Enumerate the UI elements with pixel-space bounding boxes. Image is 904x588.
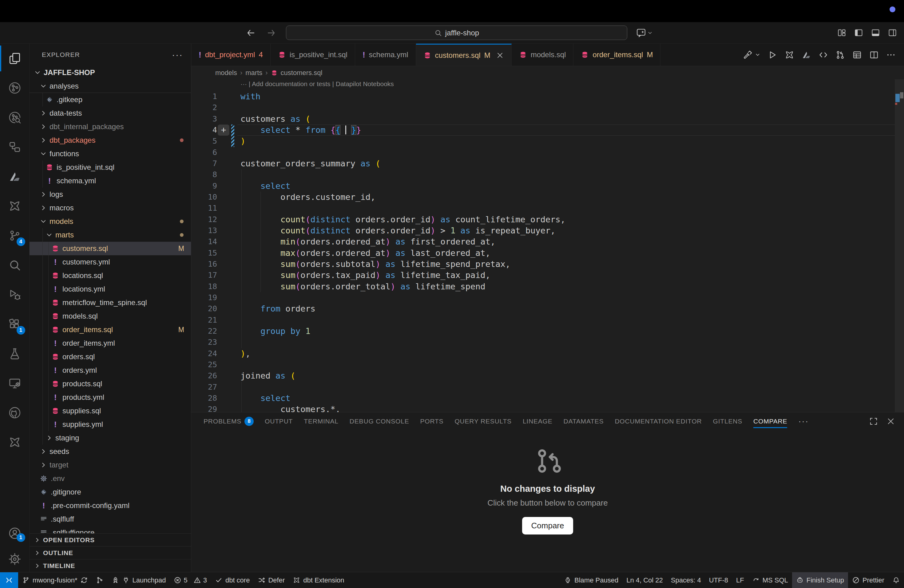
activity-item-github[interactable]	[0, 398, 30, 427]
tree-item-dbt_internal_packages[interactable]: dbt_internal_packages	[30, 120, 191, 133]
status-language-mode[interactable]: MS SQL	[748, 572, 792, 588]
status-blame-status[interactable]: Blame Paused	[560, 572, 622, 588]
tree-item-products.yml[interactable]: !products.yml	[30, 390, 191, 404]
breadcrumb-item[interactable]: marts	[245, 69, 262, 77]
panel-tab-problems[interactable]: PROBLEMS8	[204, 413, 254, 430]
activity-item-search[interactable]	[0, 250, 30, 280]
code-line-15[interactable]: 15 max(orders.ordered_at) as last_ordere…	[191, 248, 895, 259]
code-line-26[interactable]: 26joined as (	[191, 370, 895, 381]
tree-item-macros[interactable]: macros	[30, 201, 191, 215]
layout-customize-icon[interactable]	[837, 28, 847, 38]
tree-item-.env[interactable]: .env	[30, 472, 191, 485]
tree-item-dbt_packages[interactable]: dbt_packages	[30, 133, 191, 147]
code-line-23[interactable]: 23	[191, 337, 895, 348]
status-git-branch[interactable]: mwong-fusion*	[18, 572, 92, 588]
tab-is_positive_int.sql[interactable]: is_positive_int.sql	[270, 44, 355, 66]
status-eol[interactable]: LF	[732, 572, 748, 588]
code-line-8[interactable]: 8	[191, 169, 895, 180]
status-defer[interactable]: Defer	[254, 572, 289, 588]
code-line-1[interactable]: 1with	[191, 91, 895, 102]
breadcrumb-item[interactable]: models	[215, 69, 237, 77]
code-line-9[interactable]: 9 select	[191, 180, 895, 191]
editor-scrollbar[interactable]	[895, 79, 904, 412]
status-cursor-position[interactable]: Ln 4, Col 22	[622, 572, 667, 588]
layout-sidebar-icon[interactable]	[854, 28, 863, 38]
tree-item-customers.sql[interactable]: customers.sqlM	[30, 242, 191, 255]
panel-tab-lineage[interactable]: LINEAGE	[523, 413, 553, 430]
breadcrumb-item[interactable]: customers.sql	[281, 69, 322, 77]
back-arrow-icon[interactable]	[246, 28, 256, 38]
activity-item-source-control[interactable]: 4	[0, 221, 30, 250]
status-finish-setup[interactable]: Finish Setup	[792, 572, 848, 588]
compare-button[interactable]: Compare	[522, 517, 574, 534]
code-line-14[interactable]: 14 min(orders.ordered_at) as first_order…	[191, 236, 895, 247]
activity-item-datapilot[interactable]	[0, 162, 30, 191]
tab-models.sql[interactable]: models.sql	[512, 44, 574, 66]
more-h-icon[interactable]	[886, 50, 896, 60]
tree-item-metricflow_time_spine.sql[interactable]: metricflow_time_spine.sql	[30, 296, 191, 309]
code-line-29[interactable]: 29 customers.*,	[191, 404, 895, 412]
codelens[interactable]: ··· | Add documentation or tests | Datap…	[240, 80, 394, 88]
panel-tab-debug-console[interactable]: DEBUG CONSOLE	[349, 413, 409, 430]
tab-dbt_project.yml[interactable]: !dbt_project.yml4	[191, 44, 270, 66]
tree-item-orders.yml[interactable]: !orders.yml	[30, 364, 191, 377]
git-compare-icon[interactable]	[835, 50, 845, 60]
code-line-3[interactable]: 3customers as (	[191, 114, 895, 125]
tree-item-supplies.yml[interactable]: !supplies.yml	[30, 417, 191, 431]
status-source-control-graph[interactable]	[92, 572, 107, 588]
activity-item-dbt-alt[interactable]	[0, 427, 30, 457]
code-line-10[interactable]: 10 orders.customer_id,	[191, 191, 895, 203]
activity-item-flow-blocks[interactable]	[0, 132, 30, 162]
tree-item-models[interactable]: models	[30, 215, 191, 228]
code-line-28[interactable]: 28 select	[191, 393, 895, 404]
tree-item-locations.sql[interactable]: locations.sql	[30, 269, 191, 282]
code-line-18[interactable]: 18 sum(orders.order_total) as lifetime_s…	[191, 281, 895, 292]
run-icon[interactable]	[768, 50, 778, 60]
code-line-16[interactable]: 16 sum(orders.subtotal) as lifetime_spen…	[191, 259, 895, 270]
panel-tab-ports[interactable]: PORTS	[420, 413, 443, 430]
tree-item-functions[interactable]: functions	[30, 147, 191, 161]
explorer-more-actions[interactable]: ···	[172, 49, 183, 60]
status-encoding[interactable]: UTF-8	[705, 572, 732, 588]
hammer-icon[interactable]	[743, 50, 753, 60]
panel-tab-datamates[interactable]: DATAMATES	[564, 413, 604, 430]
tree-item-seeds[interactable]: seeds	[30, 445, 191, 458]
code-line-7[interactable]: 7customer_orders_summary as (	[191, 158, 895, 169]
layout-secondary-icon[interactable]	[888, 28, 897, 38]
tree-item-supplies.sql[interactable]: supplies.sql	[30, 404, 191, 417]
activity-item-run-and-debug[interactable]	[0, 280, 30, 309]
tree-item-orders.sql[interactable]: orders.sql	[30, 350, 191, 364]
tree-item-models.sql[interactable]: models.sql	[30, 309, 191, 323]
code-line-11[interactable]: 11	[191, 203, 895, 214]
code-tag-icon[interactable]	[818, 50, 828, 60]
code-line-24[interactable]: 24),	[191, 348, 895, 359]
code-line-5[interactable]: 5)	[191, 136, 895, 147]
activity-item-accounts[interactable]: 1	[0, 520, 30, 546]
tree-item-staging[interactable]: staging	[30, 431, 191, 445]
code-line-20[interactable]: 20 from orders	[191, 303, 895, 314]
status-problems-summary[interactable]: 53	[170, 572, 211, 588]
panel-tab-query-results[interactable]: QUERY RESULTS	[454, 413, 511, 430]
panel-tab-documentation-editor[interactable]: DOCUMENTATION EDITOR	[615, 413, 702, 430]
status-launchpad[interactable]: Launchpad	[107, 572, 170, 588]
activity-item-testing[interactable]	[0, 339, 30, 368]
code-line-13[interactable]: 13 count(distinct orders.order_id) > 1 a…	[191, 225, 895, 236]
section-timeline[interactable]: TIMELINE	[30, 559, 191, 572]
panel-tab-output[interactable]: OUTPUT	[265, 413, 293, 430]
tree-item-.gitkeep[interactable]: .gitkeep	[30, 93, 191, 106]
copilot-menu[interactable]	[636, 28, 653, 38]
code-line-6[interactable]: 6	[191, 147, 895, 158]
tab-schema.yml[interactable]: !schema.yml	[355, 44, 416, 66]
tree-item-target[interactable]: target	[30, 458, 191, 472]
command-center-search[interactable]: jaffle-shop	[286, 25, 627, 40]
panel-tab-gitlens[interactable]: GITLENS	[713, 413, 742, 430]
tree-item-JAFFLE-SHOP[interactable]: JAFFLE-SHOP	[30, 66, 191, 79]
status-remote-indicator[interactable]	[0, 572, 18, 588]
code-line-22[interactable]: 22 group by 1	[191, 326, 895, 337]
activity-item-settings[interactable]	[0, 546, 30, 572]
status-notifications[interactable]	[888, 572, 904, 588]
section-open-editors[interactable]: OPEN EDITORS	[30, 533, 191, 546]
table-grid-icon[interactable]	[852, 50, 862, 60]
tree-item-analyses[interactable]: analyses	[30, 79, 191, 93]
split-icon[interactable]	[869, 50, 879, 60]
